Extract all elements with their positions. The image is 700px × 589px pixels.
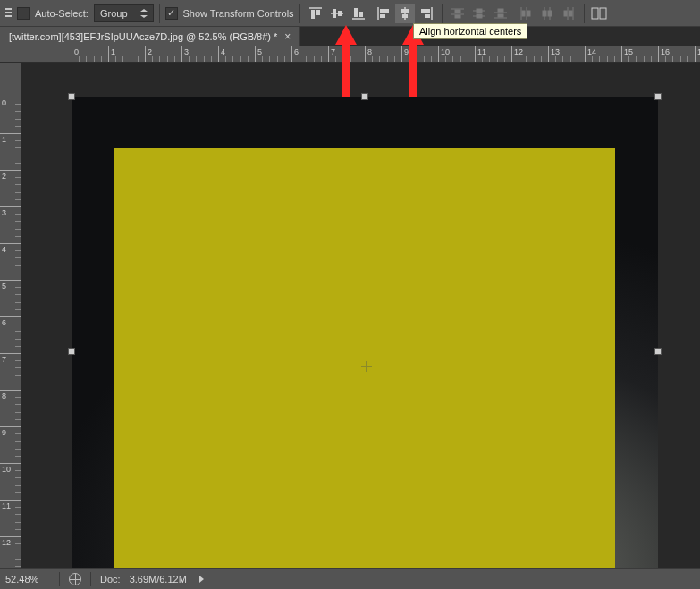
align-left-edges-button[interactable] xyxy=(374,4,393,23)
separator xyxy=(442,4,443,23)
svg-rect-9 xyxy=(402,14,408,18)
annotation-arrow-icon xyxy=(335,25,357,97)
show-transform-label: Show Transform Controls xyxy=(183,8,294,19)
svg-rect-18 xyxy=(522,11,525,16)
separator xyxy=(584,4,585,23)
distribute-horizontal-centers-button xyxy=(537,4,557,23)
align-right-edges-button[interactable] xyxy=(417,4,436,23)
svg-marker-26 xyxy=(335,25,357,97)
svg-rect-15 xyxy=(477,14,482,18)
zoom-level[interactable]: 52.48% xyxy=(5,574,50,585)
align-horizontal-centers-button[interactable] xyxy=(395,4,415,23)
dropdown-caret-icon xyxy=(140,10,148,17)
align-bottom-edges-button[interactable] xyxy=(349,4,368,23)
vertical-ruler[interactable]: 012345678910111213 xyxy=(0,63,21,568)
auto-align-layers-button[interactable] xyxy=(590,4,610,23)
svg-rect-3 xyxy=(338,11,342,16)
doc-size-label: Doc: xyxy=(100,574,121,585)
svg-rect-2 xyxy=(333,9,336,18)
distribute-horizontal-group xyxy=(516,4,578,23)
workspace: 01234567891011121314151617 0123456789101… xyxy=(0,46,700,568)
svg-rect-17 xyxy=(498,14,503,17)
svg-rect-19 xyxy=(527,11,530,16)
svg-rect-4 xyxy=(354,8,358,17)
svg-rect-12 xyxy=(455,10,460,13)
distribute-bottom-edges-button xyxy=(491,4,510,23)
svg-rect-5 xyxy=(359,12,363,17)
doc-size-value: 3.69M/6.12M xyxy=(130,574,187,585)
svg-rect-8 xyxy=(401,9,409,13)
align-top-edges-button[interactable] xyxy=(306,4,325,23)
distribute-right-edges-button xyxy=(559,4,578,23)
svg-rect-0 xyxy=(311,10,315,19)
svg-rect-10 xyxy=(421,9,430,13)
close-tab-icon[interactable]: × xyxy=(284,30,291,43)
svg-rect-14 xyxy=(477,9,482,13)
show-transform-checkbox[interactable] xyxy=(165,7,178,20)
distribute-vertical-centers-button xyxy=(469,4,489,23)
document-tab-title: [twitter.com][453]EFJrSIpUUAcze7D.jpg @ … xyxy=(9,31,277,42)
distribute-left-edges-button xyxy=(516,4,536,23)
ruler-corner xyxy=(0,46,21,63)
svg-rect-1 xyxy=(316,10,320,15)
move-tool-indicator-icon xyxy=(5,8,12,19)
align-vertical-group xyxy=(306,4,368,23)
svg-rect-22 xyxy=(564,11,567,16)
distribute-vertical-group xyxy=(448,4,510,23)
globe-icon[interactable] xyxy=(69,573,81,585)
horizontal-ruler[interactable]: 01234567891011121314151617 xyxy=(21,46,700,63)
document-tab[interactable]: [twitter.com][453]EFJrSIpUUAcze7D.jpg @ … xyxy=(0,27,300,46)
align-vertical-centers-button[interactable] xyxy=(327,4,347,23)
auto-select-checkbox[interactable] xyxy=(17,7,30,20)
layer-rectangle[interactable] xyxy=(114,148,615,568)
document-image[interactable]: ThuThuatPhanMem.vn xyxy=(72,97,658,568)
align-horizontal-group xyxy=(374,4,436,23)
svg-rect-20 xyxy=(543,11,546,16)
svg-rect-7 xyxy=(380,14,385,18)
distribute-top-edges-button xyxy=(448,4,468,23)
svg-rect-24 xyxy=(592,8,598,19)
svg-rect-25 xyxy=(600,8,606,19)
status-flyout-icon[interactable] xyxy=(199,576,204,583)
svg-rect-16 xyxy=(498,9,503,12)
svg-rect-13 xyxy=(455,15,460,18)
svg-rect-11 xyxy=(425,14,430,18)
auto-select-dropdown-value: Group xyxy=(100,8,128,19)
separator xyxy=(59,572,60,586)
svg-rect-6 xyxy=(380,9,389,13)
separator xyxy=(90,572,91,586)
auto-select-dropdown[interactable]: Group xyxy=(94,4,154,22)
svg-rect-23 xyxy=(569,11,572,16)
status-bar: 52.48% Doc: 3.69M/6.12M xyxy=(0,568,700,589)
auto-select-label: Auto-Select: xyxy=(35,8,89,19)
separator xyxy=(159,4,160,23)
svg-rect-21 xyxy=(548,11,552,16)
canvas-area[interactable]: ThuThuatPhanMem.vn xyxy=(21,63,700,568)
separator xyxy=(299,4,300,23)
options-bar: Auto-Select: Group Show Transform Contro… xyxy=(0,0,700,27)
tooltip: Align horizontal centers xyxy=(413,23,527,39)
